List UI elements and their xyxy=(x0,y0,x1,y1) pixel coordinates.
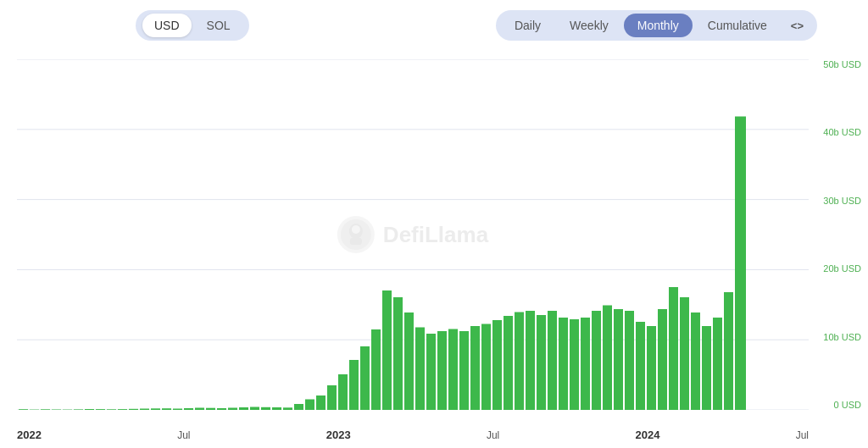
svg-rect-49 xyxy=(492,320,502,410)
svg-rect-61 xyxy=(625,311,634,410)
svg-rect-33 xyxy=(316,395,326,410)
svg-rect-51 xyxy=(515,312,524,411)
svg-rect-45 xyxy=(448,329,458,411)
svg-rect-8 xyxy=(41,409,50,410)
x-axis-labels: 2022 Jul 2023 Jul 2024 Jul xyxy=(17,429,809,441)
svg-rect-48 xyxy=(481,324,491,411)
svg-rect-23 xyxy=(206,408,215,410)
svg-rect-24 xyxy=(217,408,226,410)
svg-rect-28 xyxy=(261,407,270,410)
svg-rect-40 xyxy=(393,297,403,410)
svg-rect-15 xyxy=(118,409,127,410)
svg-rect-32 xyxy=(305,400,314,411)
svg-rect-19 xyxy=(162,408,171,410)
svg-rect-70 xyxy=(724,292,733,410)
currency-usd-button[interactable]: USD xyxy=(142,14,192,37)
period-daily-button[interactable]: Daily xyxy=(501,14,554,37)
svg-rect-63 xyxy=(647,326,656,410)
svg-rect-30 xyxy=(283,407,292,410)
period-cumulative-button[interactable]: Cumulative xyxy=(694,14,781,37)
svg-rect-68 xyxy=(702,326,711,410)
svg-rect-38 xyxy=(371,329,381,410)
svg-rect-26 xyxy=(239,407,248,410)
chart-svg xyxy=(17,59,809,410)
svg-rect-71 xyxy=(735,117,746,411)
svg-rect-66 xyxy=(680,297,689,410)
svg-rect-11 xyxy=(74,409,83,410)
svg-rect-57 xyxy=(581,318,590,410)
svg-rect-21 xyxy=(184,408,193,410)
x-label-jul-2022: Jul xyxy=(177,429,190,441)
y-label-10b: 10b USD xyxy=(823,332,861,342)
toolbar: USD SOL Daily Weekly Monthly Cumulative … xyxy=(0,0,868,51)
svg-rect-37 xyxy=(360,346,370,410)
svg-rect-34 xyxy=(327,385,337,410)
period-monthly-button[interactable]: Monthly xyxy=(624,14,693,37)
x-label-jul-2024: Jul xyxy=(796,429,809,441)
svg-rect-39 xyxy=(382,290,392,410)
svg-rect-35 xyxy=(338,374,348,410)
svg-rect-20 xyxy=(173,409,182,411)
svg-rect-56 xyxy=(570,319,579,410)
svg-rect-67 xyxy=(691,312,700,410)
svg-rect-69 xyxy=(713,318,722,410)
svg-rect-12 xyxy=(85,409,94,410)
svg-rect-36 xyxy=(349,360,359,410)
x-label-2023: 2023 xyxy=(326,429,351,441)
svg-rect-22 xyxy=(195,408,204,411)
currency-toggle: USD SOL xyxy=(136,10,249,41)
chart-container: USD SOL Daily Weekly Monthly Cumulative … xyxy=(0,0,868,448)
svg-rect-65 xyxy=(669,287,678,410)
svg-rect-54 xyxy=(548,311,557,410)
svg-rect-46 xyxy=(459,331,469,410)
chart-area: DefiLlama xyxy=(17,59,809,410)
embed-button[interactable]: <> xyxy=(782,14,812,37)
svg-rect-14 xyxy=(107,409,116,410)
y-label-50b: 50b USD xyxy=(823,59,861,69)
svg-rect-44 xyxy=(437,331,447,410)
y-label-0b: 0 USD xyxy=(834,400,861,410)
svg-rect-16 xyxy=(129,409,138,410)
currency-sol-button[interactable]: SOL xyxy=(195,14,242,37)
svg-rect-52 xyxy=(526,311,535,410)
svg-rect-62 xyxy=(636,322,645,410)
svg-rect-58 xyxy=(592,311,601,410)
svg-rect-25 xyxy=(228,408,237,411)
x-label-2022: 2022 xyxy=(17,429,42,441)
svg-rect-41 xyxy=(404,312,414,410)
y-label-30b: 30b USD xyxy=(823,196,861,206)
svg-rect-47 xyxy=(470,326,480,410)
svg-rect-53 xyxy=(537,315,546,410)
svg-rect-43 xyxy=(426,334,436,410)
svg-rect-55 xyxy=(559,318,568,410)
svg-rect-50 xyxy=(504,316,513,410)
svg-rect-64 xyxy=(658,309,667,410)
x-label-2024: 2024 xyxy=(635,429,659,441)
y-label-20b: 20b USD xyxy=(823,263,861,274)
y-axis-labels: 50b USD 40b USD 30b USD 20b USD 10b USD … xyxy=(823,59,861,410)
svg-rect-17 xyxy=(140,409,149,411)
y-label-40b: 40b USD xyxy=(823,127,861,137)
svg-rect-29 xyxy=(272,407,281,410)
svg-rect-9 xyxy=(52,410,61,411)
period-toggle: Daily Weekly Monthly Cumulative <> xyxy=(496,10,817,41)
svg-rect-59 xyxy=(603,306,612,411)
svg-rect-42 xyxy=(415,328,425,411)
x-label-jul-2023: Jul xyxy=(487,429,499,441)
svg-rect-31 xyxy=(294,404,303,410)
svg-rect-13 xyxy=(96,409,105,410)
svg-rect-18 xyxy=(151,408,160,410)
svg-rect-6 xyxy=(19,409,28,410)
svg-rect-27 xyxy=(250,407,259,411)
svg-rect-60 xyxy=(614,309,623,410)
period-weekly-button[interactable]: Weekly xyxy=(556,14,622,37)
